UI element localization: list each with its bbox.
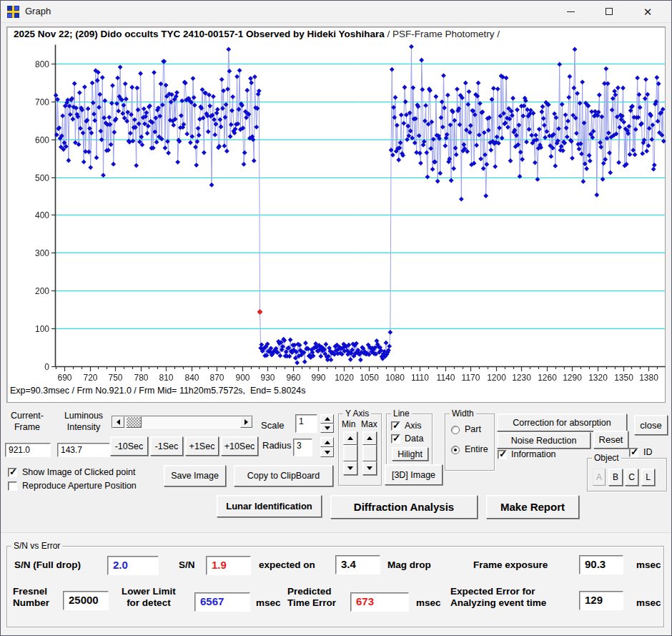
width-entire-radio[interactable] [451,446,460,454]
luminous-intensity-label: LuminousIntensity [55,410,112,433]
width-group: Width Part Entire [445,414,495,471]
luminous-intensity-field[interactable]: 143.7 [57,443,110,457]
expected-error-label: Expected Error forAnalyzing event time [450,586,546,609]
line-group: Line Axis Data Hilight [386,414,433,471]
close-button[interactable]: close [634,415,668,435]
object-l-button[interactable]: L [641,469,655,486]
minimize-button[interactable] [554,1,587,22]
object-b-button[interactable]: B [608,469,623,486]
radius-up-button[interactable] [320,437,334,447]
current-frame-label: Current-Frame [4,410,51,433]
y-axis-min-label: Min [342,419,355,429]
scroll-left-button[interactable] [112,416,124,428]
correction-for-absorption-button[interactable]: Correction for absorption [497,414,627,431]
window-title: Graph [25,6,51,16]
frame-exposure-unit: msec [636,559,661,571]
save-image-button[interactable]: Save Image [164,465,226,486]
minus-10sec-button[interactable]: -10Sec [110,436,148,456]
y-axis-group-title: Y Axis [343,408,371,419]
lower-limit-unit: msec [256,597,281,609]
sn-label: S/N [179,559,195,571]
expected-on-label: expected on [259,559,315,571]
sn-full-drop-field[interactable]: 2.0 [107,556,159,575]
line-axis-checkbox[interactable] [391,421,400,431]
object-a-button: A [593,469,606,486]
3d-image-button[interactable]: [3D] Image [385,464,443,485]
lower-limit-label: Lower Limitfor detect [122,586,176,609]
diffraction-analysis-button[interactable]: Diffraction Analysis [330,495,478,519]
plus-10sec-button[interactable]: +10Sec [221,436,258,456]
scrollbar-thumb[interactable] [126,416,142,428]
spin-up-icon [325,417,330,421]
spin-up-icon [347,436,353,440]
show-image-checkbox[interactable] [8,468,17,477]
y-min-down-button[interactable] [343,461,357,475]
current-frame-field[interactable]: 921.0 [5,443,51,457]
spin-up-icon [367,436,372,440]
scale-field[interactable]: 1 [295,414,317,433]
width-entire-label: Entire [465,444,488,454]
object-c-button[interactable]: C [625,469,638,486]
spin-down-icon [347,466,353,470]
expected-error-unit: msec [636,597,661,609]
id-checkbox[interactable] [629,448,638,457]
reproduce-aperture-checkbox[interactable] [8,481,17,491]
noise-reduction-button[interactable]: Noise Reduction [497,432,591,449]
hilight-button[interactable]: Hilight [392,447,428,461]
line-data-checkbox[interactable] [391,434,400,444]
y-max-up-button[interactable] [362,431,377,445]
scale-up-button[interactable] [320,414,334,424]
scroll-right-button[interactable] [240,416,252,428]
object-group: Object A B C L [587,458,667,491]
make-report-button[interactable]: Make Report [486,495,579,519]
scale-down-button[interactable] [320,424,334,433]
copy-to-clipboard-button[interactable]: Copy to ClipBoard [234,465,333,486]
scale-label: Scale [261,420,285,431]
sn-field[interactable]: 1.9 [206,556,251,575]
client-area: 2025 Nov 22; (209) Dido occults TYC 2410… [1,23,672,636]
radius-spinner [320,437,334,457]
information-label: Information [511,449,556,459]
chart-title-main: 2025 Nov 22; (209) Dido occults TYC 2410… [14,29,385,39]
information-checkbox[interactable] [498,450,507,459]
radius-down-button[interactable] [320,447,334,457]
show-image-label: Show Image of Clicked point [22,467,135,477]
plus-1sec-button[interactable]: +1Sec [185,436,219,456]
lunar-identification-button[interactable]: Lunar Identification [217,495,322,517]
expected-on-field[interactable]: 3.4 [335,555,380,574]
maximize-icon [606,8,613,15]
app-icon [7,6,19,18]
y-min-track[interactable] [343,445,357,461]
photometry-light-curve[interactable] [7,40,666,385]
predicted-time-error-field[interactable]: 673 [350,592,409,612]
sn-vs-error-title: S/N vs Error [11,541,62,551]
minus-1sec-button[interactable]: -1Sec [150,436,183,456]
spin-up-icon [325,441,330,444]
y-max-down-button[interactable] [362,461,377,475]
arrow-right-icon [244,419,248,425]
y-axis-max-label: Max [361,419,377,429]
lower-limit-field[interactable]: 6567 [194,592,250,612]
chart-title-suffix: / PSF-Frame Photometry / [385,29,500,39]
y-min-up-button[interactable] [343,431,357,445]
scrollbar-track[interactable] [142,416,240,428]
frame-exposure-field[interactable]: 90.3 [579,555,623,574]
sn-full-drop-label: S/N (Full drop) [14,559,81,571]
line-group-title: Line [391,408,412,419]
reset-button[interactable]: Reset [593,431,628,449]
y-axis-group: Y Axis Min Max [338,414,382,486]
chart-title: 2025 Nov 22; (209) Dido occults TYC 2410… [14,29,500,39]
minimize-icon [567,11,575,12]
frame-scrollbar[interactable] [112,416,253,429]
y-max-track[interactable] [362,445,377,461]
radius-field[interactable]: 3 [293,439,312,456]
width-part-label: Part [465,424,481,434]
fresnel-number-field[interactable]: 25000 [63,591,109,610]
close-icon: ✕ [643,6,653,17]
width-part-radio[interactable] [451,426,460,434]
id-label: ID [643,447,653,457]
expected-error-field[interactable]: 129 [579,591,623,610]
close-window-button[interactable]: ✕ [631,1,664,22]
line-data-label: Data [405,434,423,444]
maximize-button[interactable] [593,1,626,22]
